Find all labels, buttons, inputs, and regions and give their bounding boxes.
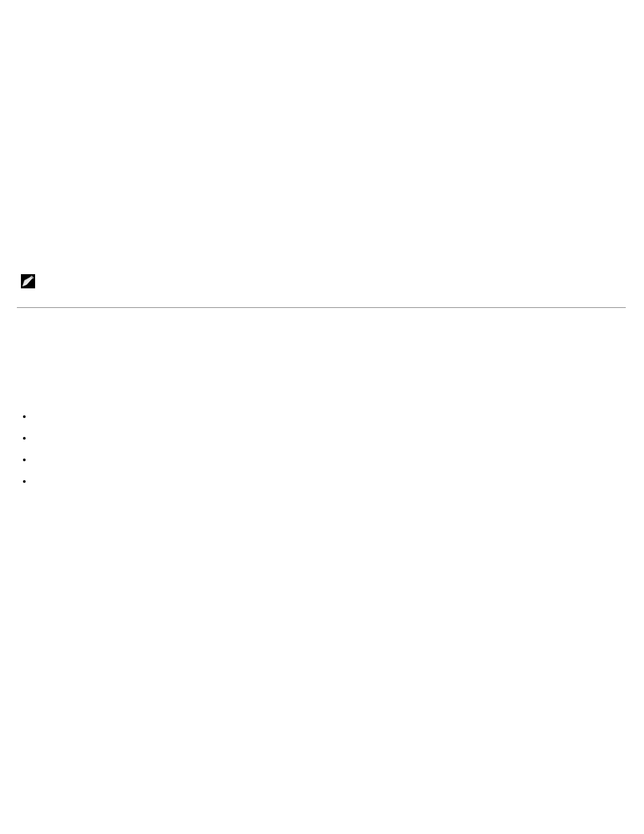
note-pencil-icon bbox=[21, 274, 35, 288]
horizontal-divider bbox=[17, 307, 626, 308]
